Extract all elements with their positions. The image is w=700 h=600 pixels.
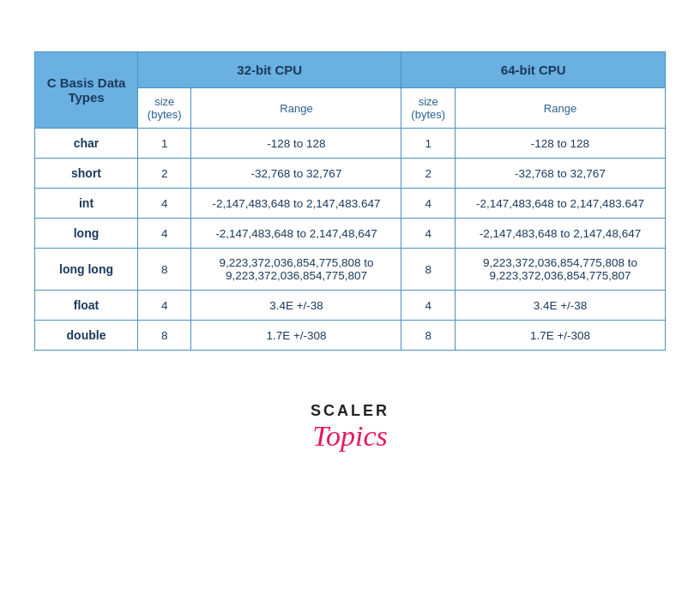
cell-row2-col3: 4	[401, 189, 455, 219]
cell-row1-col1: 2	[138, 159, 191, 189]
cell-row6-col0: double	[35, 321, 138, 351]
col-header-32bit: 32-bit CPU	[138, 52, 401, 88]
cell-row1-col4: -32,768 to 32,767	[455, 159, 665, 189]
cell-row0-col0: char	[35, 129, 138, 159]
col-header-basis: C Basis Data Types	[35, 52, 138, 129]
table-row: double81.7E +/-30881.7E +/-308	[35, 321, 666, 351]
cell-row5-col3: 4	[401, 291, 455, 321]
data-types-table-wrapper: C Basis Data Types 32-bit CPU 64-bit CPU…	[34, 51, 666, 351]
cell-row1-col2: -32,768 to 32,767	[191, 159, 401, 189]
col-header-64bit: 64-bit CPU	[401, 52, 666, 88]
table-row: float43.4E +/-3843.4E +/-38	[35, 291, 666, 321]
table-row: char1-128 to 1281-128 to 128	[35, 129, 666, 159]
cell-row6-col1: 8	[138, 321, 191, 351]
logo-scaler-text: SCALER	[311, 402, 389, 420]
cell-row6-col3: 8	[401, 321, 455, 351]
cell-row4-col4: 9,223,372,036,854,775,808 to 9,223,372,0…	[455, 249, 665, 291]
logo-area: SCALER Topics	[311, 402, 389, 452]
cell-row3-col2: -2,147,483,648 to 2,147,48,647	[191, 219, 401, 249]
cell-row0-col2: -128 to 128	[191, 129, 401, 159]
cell-row3-col1: 4	[138, 219, 191, 249]
col-header-range32: Range	[191, 88, 401, 129]
cell-row1-col3: 2	[401, 159, 455, 189]
cell-row2-col0: int	[35, 189, 138, 219]
col-header-size32: size (bytes)	[138, 88, 191, 129]
table-row: long long89,223,372,036,854,775,808 to 9…	[35, 249, 666, 291]
cell-row1-col0: short	[35, 159, 138, 189]
cell-row0-col4: -128 to 128	[455, 129, 665, 159]
logo-topics-text: Topics	[311, 420, 389, 452]
cell-row2-col4: -2,147,483,648 to 2,147,483.647	[455, 189, 665, 219]
cell-row5-col2: 3.4E +/-38	[191, 291, 401, 321]
cell-row2-col1: 4	[138, 189, 191, 219]
table-row: short2-32,768 to 32,7672-32,768 to 32,76…	[35, 159, 666, 189]
table-row: int4-2,147,483,648 to 2,147,483.6474-2,1…	[35, 189, 666, 219]
cell-row4-col0: long long	[35, 249, 138, 291]
cell-row3-col0: long	[35, 219, 138, 249]
col-header-size64: size (bytes)	[401, 88, 455, 129]
data-types-table: C Basis Data Types 32-bit CPU 64-bit CPU…	[34, 51, 666, 351]
cell-row6-col4: 1.7E +/-308	[455, 321, 665, 351]
cell-row5-col4: 3.4E +/-38	[455, 291, 665, 321]
cell-row4-col1: 8	[138, 249, 191, 291]
cell-row4-col3: 8	[401, 249, 455, 291]
cell-row3-col4: -2,147,483,648 to 2,147,48,647	[455, 219, 665, 249]
cell-row6-col2: 1.7E +/-308	[191, 321, 401, 351]
cell-row2-col2: -2,147,483,648 to 2,147,483.647	[191, 189, 401, 219]
cell-row0-col1: 1	[138, 129, 191, 159]
cell-row5-col1: 4	[138, 291, 191, 321]
cell-row4-col2: 9,223,372,036,854,775,808 to 9,223,372,0…	[191, 249, 401, 291]
col-header-range64: Range	[455, 88, 665, 129]
cell-row3-col3: 4	[401, 219, 455, 249]
table-row: long4-2,147,483,648 to 2,147,48,6474-2,1…	[35, 219, 666, 249]
cell-row0-col3: 1	[401, 129, 455, 159]
cell-row5-col0: float	[35, 291, 138, 321]
